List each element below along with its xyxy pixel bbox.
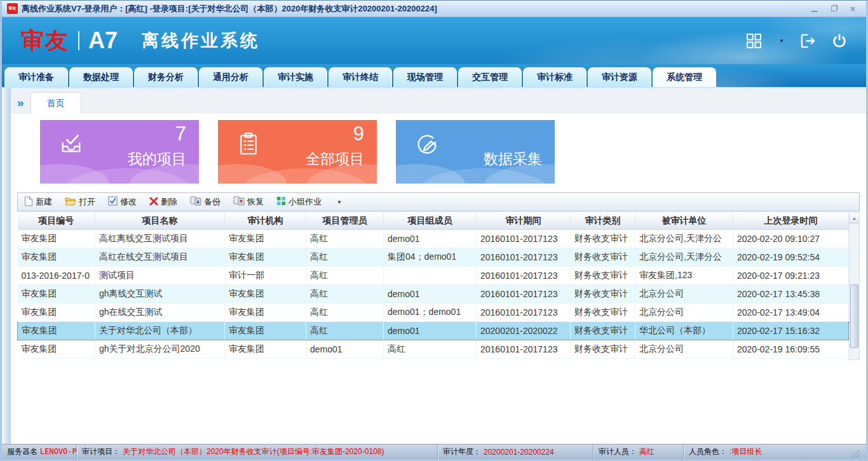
status-server: 服务器名 LENOVO-PC\AudT； xyxy=(2,444,77,459)
project-grid: 项目编号 项目名称 审计机构 项目管理员 项目组成员 审计期间 审计类别 被审计… xyxy=(17,213,860,444)
new-button[interactable]: 新建 xyxy=(24,196,52,208)
cell: 北京分公司,天津分公 xyxy=(635,229,733,248)
col-project-admin[interactable]: 项目管理员 xyxy=(306,213,384,229)
table-row[interactable]: 审友集团gh离线交互测试审友集团高红demo0120160101-2017123… xyxy=(18,284,849,303)
group-work-caret-icon[interactable]: ▼ xyxy=(337,199,342,205)
power-icon[interactable] xyxy=(832,33,847,48)
cell: 北京分公司 xyxy=(635,340,733,358)
tab-site-manage[interactable]: 现场管理 xyxy=(393,67,457,87)
scrollbar-thumb[interactable] xyxy=(850,284,858,348)
new-document-icon xyxy=(24,196,33,208)
cell: 高红 xyxy=(306,303,384,321)
delete-button[interactable]: 删除 xyxy=(149,196,177,208)
logout-icon[interactable] xyxy=(799,33,817,49)
status-audit-year: 审计年度： 20200201-20200224 xyxy=(438,444,593,459)
cell: 审友集团 xyxy=(225,340,306,358)
col-audited-entity[interactable]: 被审计单位 xyxy=(635,213,733,229)
cell: 高红离线交互测试项目 xyxy=(95,229,225,248)
col-audit-period[interactable]: 审计期间 xyxy=(477,213,571,229)
cell: 北京分公司,天津分公 xyxy=(635,248,733,266)
restore-icon xyxy=(233,196,245,208)
tab-data-process[interactable]: 数据处理 xyxy=(69,67,133,87)
delete-x-icon xyxy=(149,197,158,208)
cell: 北京分公司 xyxy=(635,303,733,321)
cell: 财务收支审计 xyxy=(571,284,635,303)
cell: 2020-02-17 13:49:04 xyxy=(733,303,849,321)
cell: 2020-02-17 13:45:38 xyxy=(733,284,849,303)
tab-audit-implement[interactable]: 审计实施 xyxy=(264,67,327,87)
tab-audit-resource[interactable]: 审计资源 xyxy=(588,67,651,87)
brand-model: A7 xyxy=(88,27,118,54)
vertical-scrollbar[interactable]: ▲ xyxy=(849,213,860,360)
col-audit-type[interactable]: 审计类别 xyxy=(571,213,635,229)
minimize-icon[interactable] xyxy=(810,4,819,13)
open-button[interactable]: 打开 xyxy=(65,196,95,208)
cell: 北京分公司 xyxy=(635,284,733,303)
role-label: 人员角色： xyxy=(689,446,727,457)
col-last-login-time[interactable]: 上次登录时间 xyxy=(733,213,849,229)
modify-button[interactable]: 修改 xyxy=(108,196,137,208)
col-audit-org[interactable]: 审计机构 xyxy=(225,213,306,229)
table-row[interactable]: 审友集团gh关于对北京分公司2020审友集团demo01高红20160101-2… xyxy=(18,340,849,358)
project-table: 项目编号 项目名称 审计机构 项目管理员 项目组成员 审计期间 审计类别 被审计… xyxy=(17,213,849,359)
status-project: 审计项目： 关于对华北公司（本部）2020年财务收支审计(项目编号:审友集团-2… xyxy=(77,444,438,459)
cell: demo01 xyxy=(384,321,477,340)
cell: 高红在线交互测试项目 xyxy=(95,248,225,266)
maximize-icon[interactable] xyxy=(829,4,838,13)
cell: 审友集团 xyxy=(18,303,95,321)
close-icon[interactable]: × xyxy=(848,4,857,13)
group-work-button[interactable]: 小组作业 xyxy=(276,196,322,208)
col-project-name[interactable]: 项目名称 xyxy=(95,213,225,229)
cell: 高红 xyxy=(306,321,384,340)
all-projects-card[interactable]: 9 全部项目 xyxy=(218,120,377,184)
cell: 关于对华北公司（本部） xyxy=(95,321,225,340)
cell: 审友集团 xyxy=(18,248,95,266)
backup-button[interactable]: 备份 xyxy=(190,196,220,208)
cell: 2020-02-17 15:16:32 xyxy=(733,321,849,340)
table-header-row: 项目编号 项目名称 审计机构 项目管理员 项目组成员 审计期间 审计类别 被审计… xyxy=(18,213,849,229)
cell: 集团04；demo01 xyxy=(384,248,477,266)
grid-apps-icon[interactable] xyxy=(746,33,762,49)
card-count: 9 xyxy=(353,123,364,145)
button-label: 打开 xyxy=(79,196,95,208)
cell: demo01 xyxy=(384,229,477,248)
scroll-up-arrow-icon[interactable]: ▲ xyxy=(850,213,859,224)
cell: gh关于对北京分公司2020 xyxy=(95,340,225,358)
cell: 20200201-2020022 xyxy=(477,321,571,340)
tab-audit-standard[interactable]: 审计标准 xyxy=(523,67,587,87)
data-collect-card[interactable]: 数据采集 xyxy=(396,120,555,184)
button-label: 删除 xyxy=(161,196,177,208)
titlebar: 审友 离线作业系统V7-登录用户：[高红] -登录项目:[关于对华北公司（本部）… xyxy=(2,1,866,17)
tab-finance-analysis[interactable]: 财务分析 xyxy=(134,67,198,87)
tab-interact-manage[interactable]: 交互管理 xyxy=(458,67,522,87)
table-row[interactable]: 审友集团高红离线交互测试项目审友集团高红demo0120160101-20171… xyxy=(18,229,849,248)
card-label: 数据采集 xyxy=(484,149,542,169)
cell: demo01 xyxy=(384,284,477,303)
my-projects-card[interactable]: 7 我的项目 xyxy=(40,120,199,184)
col-team-members[interactable]: 项目组成员 xyxy=(384,213,477,229)
cell: 高红 xyxy=(306,266,384,284)
button-label: 修改 xyxy=(120,196,137,208)
cell: gh离线交互测试 xyxy=(95,284,225,303)
cell: 20160101-2017123 xyxy=(477,229,571,248)
grid-apps-caret-icon[interactable]: ▼ xyxy=(779,38,784,44)
table-row[interactable]: 审友集团gh在线交互测试审友集团高红demo01；demo0120160101-… xyxy=(18,303,849,321)
tab-system-manage[interactable]: 系统管理 xyxy=(653,67,716,87)
restore-button[interactable]: 恢复 xyxy=(233,196,264,208)
tab-audit-prepare[interactable]: 审计准备 xyxy=(4,67,68,87)
cell: 审友集团 xyxy=(225,284,306,303)
expand-sidebar-chevron-icon[interactable]: » xyxy=(11,97,31,114)
resize-grip[interactable] xyxy=(850,449,859,458)
tab-home[interactable]: 首页 xyxy=(31,92,81,114)
status-role: 人员角色： :项目组长 xyxy=(684,444,866,459)
table-row[interactable]: 审友集团高红在线交互测试项目审友集团高红集团04；demo0120160101-… xyxy=(18,248,849,266)
col-project-id[interactable]: 项目编号 xyxy=(18,213,95,229)
cell: 高红 xyxy=(306,229,384,248)
collapsed-sidebar[interactable] xyxy=(2,88,11,444)
table-row[interactable]: 审友集团关于对华北公司（本部）审友集团高红demo0120200201-2020… xyxy=(18,321,849,340)
tab-audit-conclude[interactable]: 审计终结 xyxy=(329,67,392,87)
tab-general-analysis[interactable]: 通用分析 xyxy=(199,67,262,87)
button-label: 新建 xyxy=(36,196,52,208)
table-row[interactable]: 013-2016-2017-0测试项目审计一部高红20160101-201712… xyxy=(18,266,849,284)
status-auditor: 审计人员： 高红 xyxy=(593,444,684,459)
